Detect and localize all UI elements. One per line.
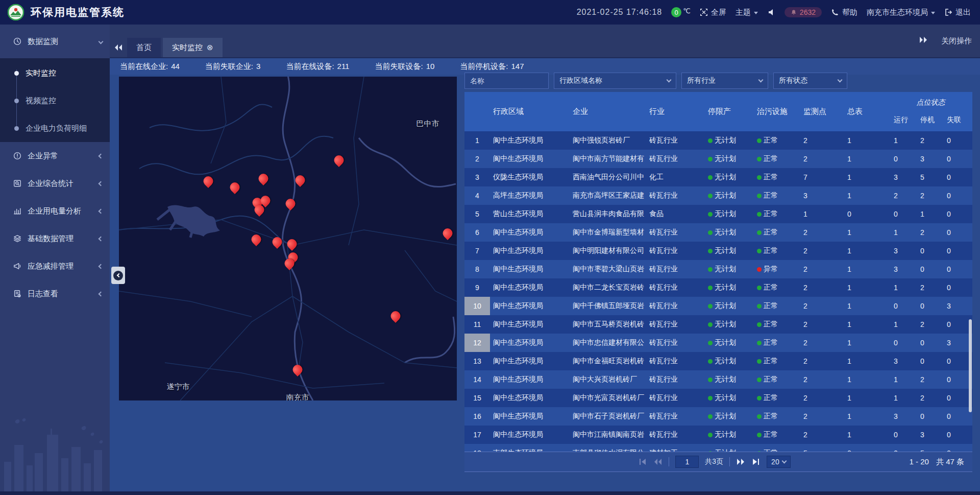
chevron-down-icon: [754, 12, 758, 14]
table-row[interactable]: 5 营山生态环境局 营山县润丰肉食品有限 食品 无计划 正常 1 0 0 1 0: [464, 205, 972, 223]
sidebar-item-company-statistics[interactable]: 企业综合统计: [0, 170, 110, 197]
chevron-left-icon: [99, 153, 104, 158]
row-number: 17: [464, 426, 490, 444]
table-row[interactable]: 4 高坪生态环境局 南充市高坪区王家店建 砖瓦行业 无计划 正常 3 1 2 2…: [464, 186, 972, 205]
table-row[interactable]: 8 阆中生态环境局 阆中市枣碧大梁山页岩 砖瓦行业 无计划 异常 2 1 3 0…: [464, 260, 972, 278]
cell-region: 阆中生态环境局: [490, 320, 568, 329]
cell-monitor: 2: [802, 394, 846, 402]
industry-select[interactable]: 所有行业: [681, 73, 768, 89]
cell-company: 阆中市南方节能建材有: [568, 154, 649, 163]
cell-company: 西南油气田分公司川中: [568, 173, 649, 182]
cell-region: 阆中生态环境局: [490, 375, 568, 384]
row-number: 5: [464, 205, 490, 223]
name-search-input[interactable]: [470, 77, 543, 85]
table-row[interactable]: 6 阆中生态环境局 阆中市金博瑞新型墙材 砖瓦行业 无计划 正常 2 1 1 2…: [464, 223, 972, 242]
timeline-dot-icon: [14, 126, 19, 131]
table-row[interactable]: 14 阆中生态环境局 阆中大兴页岩机砖厂 砖瓦行业 无计划 正常 2 1 1 2…: [464, 370, 972, 389]
help-label: 帮助: [842, 8, 857, 17]
fullscreen-button[interactable]: 全屏: [700, 8, 726, 17]
status-dot-green: [708, 157, 713, 161]
row-number: 2: [464, 150, 490, 168]
tabs-scroll-right-button[interactable]: [919, 36, 928, 45]
sidebar-item-log-view[interactable]: 日志查看: [0, 280, 110, 308]
timeline-dot-icon: [14, 71, 19, 76]
cell-industry: 砖瓦行业: [649, 136, 704, 145]
row-number: 3: [464, 168, 490, 186]
cell-stopped: 3: [917, 155, 943, 163]
table-scrollbar[interactable]: [969, 319, 972, 412]
sidebar-item-power-analysis[interactable]: 企业用电量分析: [0, 197, 110, 225]
table-row[interactable]: 2 阆中生态环境局 阆中市南方节能建材有 砖瓦行业 无计划 正常 2 1 0 3…: [464, 150, 972, 168]
cell-total: 1: [846, 394, 890, 402]
first-page-button[interactable]: [638, 458, 647, 466]
next-page-button[interactable]: [736, 458, 745, 466]
status-select[interactable]: 所有状态: [773, 73, 847, 89]
table-row[interactable]: 10 阆中生态环境局 阆中千佛镇五郎垭页岩 砖瓦行业 无计划 正常 2 1 0 …: [464, 297, 972, 315]
row-number: 1: [464, 131, 490, 150]
sidebar-item-label: 数据监测: [28, 37, 58, 46]
col-industry: 行业: [649, 92, 704, 131]
cell-lost: 0: [943, 228, 971, 237]
stat-item: 当前失联设备: 10: [375, 62, 434, 72]
table-row[interactable]: 9 阆中生态环境局 阆中市二龙长宝页岩砖 砖瓦行业 无计划 正常 2 1 1 2…: [464, 278, 972, 297]
map-panel-collapse-button[interactable]: [111, 267, 125, 284]
tab-realtime-monitoring[interactable]: 实时监控 ⊗: [163, 38, 223, 57]
last-page-button[interactable]: [751, 458, 761, 466]
tab-home[interactable]: 首页: [127, 38, 161, 57]
name-search-field[interactable]: [464, 73, 549, 89]
cell-pollution: 正常: [753, 375, 802, 384]
stat-value: 211: [337, 62, 350, 72]
cell-stop: 无计划: [704, 430, 753, 439]
table-row[interactable]: 1 阆中生态环境局 阆中强锐页岩砖厂 砖瓦行业 无计划 正常 2 1 1 2 0: [464, 131, 972, 150]
page-size-select[interactable]: 20: [767, 456, 791, 468]
cell-industry: 砖瓦行业: [649, 246, 704, 255]
sidebar-item-data-monitoring[interactable]: 数据监测: [0, 25, 110, 58]
notification-badge[interactable]: 2632: [785, 7, 822, 17]
org-dropdown[interactable]: 南充市生态环境局: [867, 8, 935, 17]
table-row[interactable]: 18 南部生态环境局 南部县砌佳水泥有限公 建材加工 无计划 正常 5 0 0 …: [464, 444, 972, 452]
cell-run: 3: [890, 173, 917, 181]
cell-industry: 砖瓦行业: [649, 265, 704, 274]
logout-button[interactable]: 退出: [944, 8, 971, 17]
cell-company: 阆中强锐页岩砖厂: [568, 136, 649, 145]
sidebar-item-base-data[interactable]: 基础数据管理: [0, 225, 110, 252]
org-label: 南充市生态环境局: [867, 8, 928, 17]
stat-item: 当前在线设备: 211: [286, 62, 349, 72]
region-select[interactable]: 行政区域名称: [554, 73, 676, 89]
page-number-input[interactable]: [675, 456, 699, 468]
table-row[interactable]: 7 阆中生态环境局 阆中明阳建材有限公司 砖瓦行业 无计划 正常 2 1 3 0…: [464, 242, 972, 260]
table-row[interactable]: 16 阆中生态环境局 阆中市石子页岩机砖厂 砖瓦行业 无计划 正常 2 1 3 …: [464, 407, 972, 426]
sidebar-item-power-load-detail[interactable]: 企业电力负荷明细: [0, 114, 110, 142]
status-dot: [757, 267, 762, 272]
table-row[interactable]: 13 阆中生态环境局 阆中市金福旺页岩机砖 砖瓦行业 无计划 正常 2 1 3 …: [464, 352, 972, 370]
table-row[interactable]: 12 阆中生态环境局 阆中市忠信建材有限公 砖瓦行业 无计划 正常 2 1 0 …: [464, 334, 972, 352]
close-operations-button[interactable]: 关闭操作: [941, 36, 972, 46]
cell-stopped: 2: [917, 228, 943, 237]
cell-lost: 0: [943, 284, 971, 292]
cell-stop: 无计划: [704, 209, 753, 219]
map-canvas[interactable]: 巴中市南充市遂宁市: [119, 77, 457, 400]
alert-circle-icon: [13, 152, 21, 160]
row-number: 11: [464, 315, 490, 334]
theme-dropdown[interactable]: 主题: [736, 8, 758, 17]
chevron-left-icon: [99, 264, 104, 269]
table-row[interactable]: 15 阆中生态环境局 阆中市光富页岩机砖厂 砖瓦行业 无计划 正常 2 1 1 …: [464, 389, 972, 407]
prev-page-button[interactable]: [653, 458, 663, 466]
tabs-scroll-left-button[interactable]: [110, 38, 127, 57]
sidebar-item-emergency-reduction[interactable]: 应急减排管理: [0, 252, 110, 280]
cell-lost: 0: [943, 136, 971, 145]
table-row[interactable]: 11 阆中生态环境局 阆中市五马桥页岩机砖 砖瓦行业 无计划 正常 2 1 1 …: [464, 315, 972, 334]
status-dot-green: [708, 341, 713, 345]
close-icon[interactable]: ⊗: [207, 43, 213, 52]
table-row[interactable]: 17 阆中生态环境局 阆中市江南镇阆南页岩 砖瓦行业 无计划 正常 2 1 0 …: [464, 426, 972, 444]
cell-run: 0: [890, 339, 917, 347]
cell-stop: 无计划: [704, 191, 753, 200]
sidebar-item-company-abnormal[interactable]: 企业异常: [0, 142, 110, 170]
help-button[interactable]: 帮助: [831, 8, 857, 17]
mute-speaker-button[interactable]: [767, 8, 775, 16]
table-row[interactable]: 3 仪陇生态环境局 西南油气田分公司川中 化工 无计划 正常 7 1 3 5 0: [464, 168, 972, 186]
sidebar-item-realtime-monitoring[interactable]: 实时监控: [0, 59, 110, 87]
stat-value: 10: [426, 62, 435, 72]
sidebar-item-label: 应急减排管理: [28, 262, 74, 271]
sidebar-item-video-monitoring[interactable]: 视频监控: [0, 87, 110, 114]
